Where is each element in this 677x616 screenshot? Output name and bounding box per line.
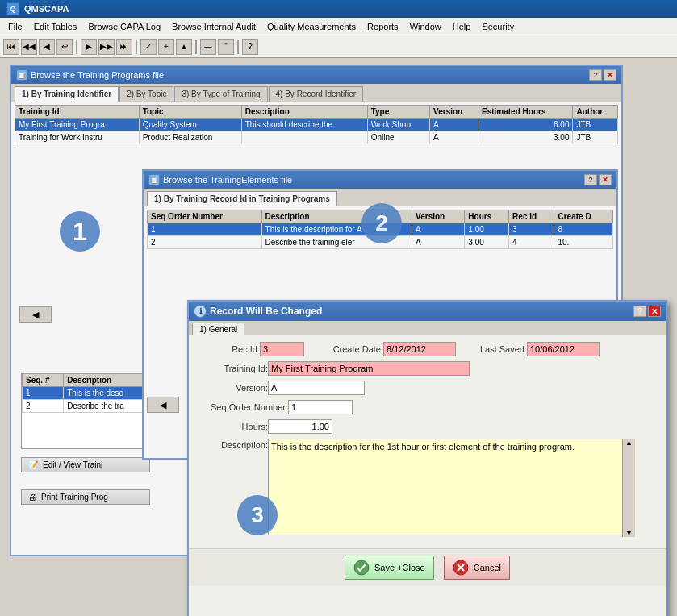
main-content: 📋 Browse the Training Programs file ? ✕ … bbox=[0, 58, 677, 616]
toolbar-btn-2[interactable]: ◀◀ bbox=[21, 39, 37, 55]
small-table-row[interactable]: 2 Describe the tra bbox=[23, 400, 149, 413]
toolbar-sep-3 bbox=[195, 40, 197, 54]
col-est-hours: Estimated Hours bbox=[478, 106, 573, 119]
cell-author: JTB bbox=[573, 131, 618, 144]
col-topic: Topic bbox=[139, 106, 241, 119]
scroll-up-btn[interactable]: ▲ bbox=[623, 439, 635, 447]
input-hours[interactable] bbox=[268, 419, 332, 434]
print-icon: 🖨 bbox=[28, 493, 36, 502]
window-1-close-btn[interactable]: ✕ bbox=[604, 69, 616, 81]
cell-hours: 6.00 bbox=[478, 119, 573, 131]
toolbar-btn-add[interactable]: + bbox=[158, 39, 174, 55]
cell-version: A bbox=[430, 131, 478, 144]
col-type: Type bbox=[367, 106, 429, 119]
cell2-create-d: 8 bbox=[554, 223, 613, 236]
col2-rec-id: Rec Id bbox=[509, 210, 554, 223]
menu-help[interactable]: Help bbox=[448, 20, 476, 33]
toolbar-btn-undo[interactable]: ↩ bbox=[56, 39, 73, 55]
tab-by-record-id[interactable]: 4) By Record Identifier bbox=[269, 86, 364, 102]
circle-1: 1 bbox=[60, 211, 100, 252]
toolbar-btn-end[interactable]: ⏭ bbox=[116, 39, 132, 55]
menu-reports[interactable]: Reports bbox=[362, 20, 403, 33]
cell-desc bbox=[241, 131, 367, 144]
small-table-row[interactable]: 1 This is the deso bbox=[23, 387, 149, 400]
small-cell-seq: 2 bbox=[23, 400, 64, 413]
menu-bar: File Edit Tables Browse CAPA Log Browse … bbox=[0, 18, 677, 35]
toolbar-btn-3[interactable]: ◀ bbox=[39, 39, 55, 55]
label-create-date: Create Date: bbox=[311, 344, 383, 354]
input-last-saved[interactable] bbox=[527, 342, 600, 356]
window-2-help-btn[interactable]: ? bbox=[584, 174, 597, 185]
scroll-down-btn[interactable]: ▼ bbox=[623, 529, 635, 537]
scroll-left-btn-2[interactable]: ◀ bbox=[147, 397, 179, 413]
col-author: Author bbox=[573, 106, 618, 119]
label-seq: Seq Order Number: bbox=[195, 402, 288, 412]
menu-window[interactable]: Window bbox=[405, 20, 446, 33]
input-rec-id[interactable] bbox=[260, 342, 304, 356]
table-row[interactable]: Training for Work Instru Product Realiza… bbox=[15, 131, 618, 144]
cell2-rec-id: 4 bbox=[509, 236, 554, 249]
description-container: This is the description for the 1st hour… bbox=[268, 439, 635, 537]
window-1-table-container: Training Id Topic Description Type Versi… bbox=[11, 102, 621, 148]
window-1-help-btn[interactable]: ? bbox=[589, 69, 602, 81]
tab-by-training-record-id[interactable]: 1) By Training Record Id in Training Pro… bbox=[147, 191, 337, 206]
cell-training-id: My First Training Progra bbox=[15, 119, 140, 131]
edit-view-label: Edit / View Traini bbox=[43, 460, 102, 469]
dialog-tabs: 1) General bbox=[189, 321, 666, 335]
form-row-rec-id: Rec Id: Create Date: Last Saved: bbox=[195, 342, 659, 356]
toolbar-btn-play[interactable]: ▶ bbox=[81, 39, 97, 55]
svg-point-0 bbox=[354, 560, 369, 575]
input-description[interactable]: This is the description for the 1st hour… bbox=[268, 439, 635, 535]
tab-by-training-identifier[interactable]: 1) By Training Identifier bbox=[15, 86, 119, 102]
small-cell-seq: 1 bbox=[23, 387, 64, 400]
tab-by-topic[interactable]: 2) By Topic bbox=[119, 86, 173, 102]
label-last-saved: Last Saved: bbox=[462, 344, 527, 354]
cell2-hours: 3.00 bbox=[465, 236, 509, 249]
toolbar-btn-check[interactable]: ✓ bbox=[140, 39, 157, 55]
label-version: Version: bbox=[195, 383, 268, 393]
tab-by-type[interactable]: 3) By Type of Training bbox=[174, 86, 267, 102]
edit-view-btn[interactable]: 📝 Edit / View Traini bbox=[21, 457, 150, 472]
menu-quality-measurements[interactable]: Quality Measurements bbox=[262, 20, 361, 33]
dialog-close-btn[interactable]: ✕ bbox=[648, 306, 661, 317]
toolbar: ⏮ ◀◀ ◀ ↩ ▶ ▶▶ ⏭ ✓ + ▲ — " ? bbox=[0, 35, 677, 58]
print-label: Print Training Prog bbox=[41, 493, 108, 502]
input-seq[interactable] bbox=[288, 400, 353, 414]
print-btn[interactable]: 🖨 Print Training Prog bbox=[21, 489, 150, 505]
dialog-tab-general[interactable]: 1) General bbox=[192, 323, 244, 335]
cancel-button[interactable]: Cancel bbox=[444, 556, 510, 580]
cell2-seq: 1 bbox=[148, 223, 262, 236]
scroll-left-btn[interactable]: ◀ bbox=[19, 306, 52, 323]
form-row-seq: Seq Order Number: bbox=[195, 400, 659, 414]
col-version: Version bbox=[430, 106, 478, 119]
toolbar-btn-1[interactable]: ⏮ bbox=[3, 39, 19, 55]
window-1-table: Training Id Topic Description Type Versi… bbox=[15, 105, 618, 144]
dialog-record-changed: ℹ Record Will Be Changed ? ✕ 1) General … bbox=[187, 300, 667, 616]
textarea-scrollbar[interactable]: ▲ ▼ bbox=[622, 439, 635, 537]
menu-browse-internal-audit[interactable]: Browse Internal Audit bbox=[167, 20, 261, 33]
window-1-title: 📋 Browse the Training Programs file bbox=[16, 69, 164, 81]
toolbar-sep-1 bbox=[76, 40, 77, 54]
dialog-controls: ? ✕ bbox=[633, 306, 661, 317]
col2-create-d: Create D bbox=[554, 210, 613, 223]
menu-edit-tables[interactable]: Edit Tables bbox=[29, 20, 82, 33]
toolbar-btn-quote[interactable]: " bbox=[218, 39, 234, 55]
window-2-close-btn[interactable]: ✕ bbox=[599, 174, 612, 185]
input-create-date[interactable] bbox=[383, 342, 456, 356]
menu-security[interactable]: Security bbox=[477, 20, 519, 33]
window-2-header: 📋 Browse the TrainingElements file ? ✕ bbox=[144, 171, 616, 189]
menu-browse-capa[interactable]: Browse CAPA Log bbox=[83, 20, 165, 33]
table-row[interactable]: My First Training Progra Quality System … bbox=[15, 119, 618, 131]
toolbar-btn-help[interactable]: ? bbox=[242, 39, 258, 55]
toolbar-btn-ff[interactable]: ▶▶ bbox=[98, 39, 115, 55]
col-description: Description bbox=[241, 106, 367, 119]
cell-author: JTB bbox=[573, 119, 618, 131]
cell2-version: A bbox=[412, 223, 465, 236]
toolbar-btn-dash[interactable]: — bbox=[200, 39, 216, 55]
dialog-help-btn[interactable]: ? bbox=[633, 306, 646, 317]
save-close-button[interactable]: Save +Close bbox=[345, 556, 434, 580]
input-training-id[interactable] bbox=[268, 361, 470, 376]
toolbar-btn-up[interactable]: ▲ bbox=[176, 39, 192, 55]
menu-file[interactable]: File bbox=[3, 20, 27, 33]
input-version[interactable] bbox=[268, 381, 365, 395]
